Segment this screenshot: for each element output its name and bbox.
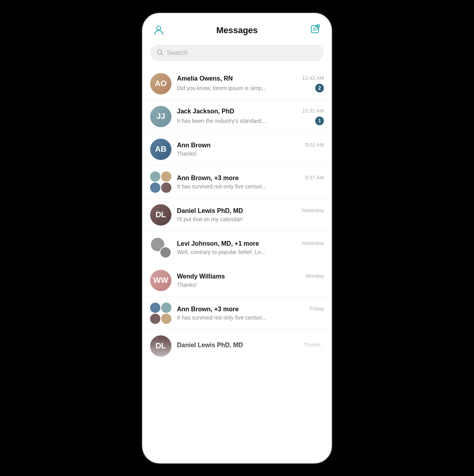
page-title: Messages [216,25,258,36]
message-content: Levi Johnson, MD, +1 more Yesterday Well… [177,240,324,255]
message-content: Jack Jackson, PhD 10:31 AM It has been t… [177,108,324,125]
message-time: Thursd... [304,342,324,348]
message-preview: It has survived not only five centuri... [177,314,266,321]
list-item[interactable]: Ann Brown, +3 more 8:37 AM It has surviv… [142,166,332,199]
message-content: Ann Brown, +3 more 8:37 AM It has surviv… [177,175,324,190]
message-content: Ann Brown, +3 more Friday It has survive… [177,306,324,321]
contact-name: Levi Johnson, MD, +1 more [177,240,259,247]
list-item[interactable]: AB Ann Brown 9:02 AM Thanks! [142,133,332,166]
message-preview: Thanks! [177,282,197,288]
message-time: Monday [306,273,324,279]
svg-point-2 [158,49,162,54]
contact-name: Amelia Owens, RN [177,75,233,82]
contact-name: Ann Brown, +3 more [177,175,239,182]
messages-list: AO Amelia Owens, RN 11:43 AM Did you kno… [142,68,332,362]
contact-name: Wendy Williams [177,273,225,280]
svg-point-0 [157,26,161,30]
list-item[interactable]: DL Daniel Lewis PhD, MD Thursd... [142,330,332,362]
message-content: Daniel Lewis PhD, MD Yesterday I'll put … [177,207,324,222]
list-item[interactable]: Levi Johnson, MD, +1 more Yesterday Well… [142,231,332,264]
list-item[interactable]: WW Wendy Williams Monday Thanks! [142,264,332,297]
message-time: Friday [310,306,324,312]
list-item[interactable]: DL Daniel Lewis PhD, MD Yesterday I'll p… [142,199,332,231]
message-time: 8:37 AM [305,175,324,181]
message-content: Ann Brown 9:02 AM Thanks! [177,142,324,157]
message-preview: It has survived not only five centuri... [177,183,266,190]
avatar [150,171,171,193]
message-time: Yesterday [301,207,324,213]
message-time: 11:43 AM [302,75,324,81]
header: Messages [142,13,332,41]
message-preview: Well, contrary to popular belief, Lo... [177,249,265,255]
message-content: Daniel Lewis PhD, MD Thursd... [177,342,324,350]
contact-name: Ann Brown, +3 more [177,306,239,313]
search-icon [156,49,164,57]
avatar: DL [150,335,171,357]
list-item[interactable]: JJ Jack Jackson, PhD 10:31 AM It has bee… [142,100,332,133]
avatar: JJ [150,106,171,127]
message-preview: I'll put that on my calendar! [177,216,243,222]
compose-button[interactable] [310,24,321,37]
avatar: DL [150,204,171,226]
search-bar[interactable]: Search [150,45,324,61]
contact-name: Ann Brown [177,142,211,149]
phone-shell: Messages Search AO [142,13,332,463]
message-preview: Thanks! [177,151,197,157]
list-item[interactable]: Ann Brown, +3 more Friday It has survive… [142,297,332,330]
message-content: Amelia Owens, RN 11:43 AM Did you know, … [177,75,324,92]
avatar [150,303,171,324]
message-content: Wendy Williams Monday Thanks! [177,273,324,288]
contact-name: Daniel Lewis PhD, MD [177,207,243,214]
svg-line-3 [162,53,163,55]
unread-badge: 1 [315,117,324,125]
person-icon[interactable] [153,24,164,37]
avatar: WW [150,270,171,291]
message-preview: It has been the industry's standard... [177,118,266,124]
message-preview: Did you know, lorem ipsum is simp... [177,85,266,91]
list-item[interactable]: AO Amelia Owens, RN 11:43 AM Did you kno… [142,68,332,100]
message-time: Yesterday [301,240,324,246]
contact-name: Daniel Lewis PhD, MD [177,342,243,349]
avatar: AB [150,139,171,160]
unread-badge: 2 [315,84,324,92]
message-time: 10:31 AM [302,108,324,114]
avatar: AO [150,73,171,94]
avatar [150,237,171,258]
contact-name: Jack Jackson, PhD [177,108,234,115]
message-time: 9:02 AM [305,142,324,148]
search-placeholder: Search [167,49,188,57]
